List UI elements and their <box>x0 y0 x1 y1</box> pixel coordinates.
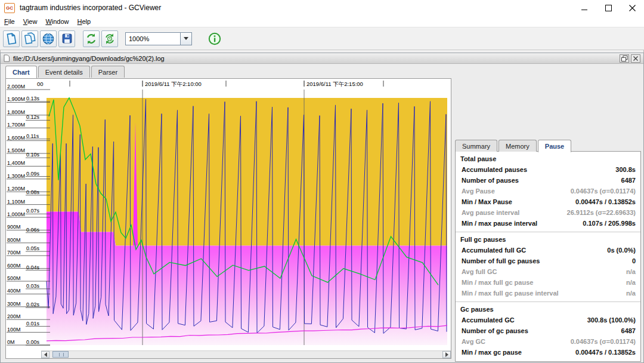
open-watched-file-button[interactable] <box>21 30 38 47</box>
stat-row: Min / max full gc pausen/a <box>456 277 640 288</box>
tab-chart[interactable]: Chart <box>5 66 37 78</box>
scrollbar-track[interactable] <box>49 351 442 358</box>
stat-row: Min / max pause interval0.107s / 205.998… <box>456 218 640 229</box>
svg-text:600M: 600M <box>7 263 21 269</box>
svg-text:0.10s: 0.10s <box>26 152 40 158</box>
refresh-icon <box>85 32 98 45</box>
stat-row: Accumulated GC300.8s (100.0%) <box>456 315 640 325</box>
refresh-button[interactable] <box>83 30 100 47</box>
info-button[interactable] <box>206 30 223 47</box>
svg-text:400M: 400M <box>7 288 21 294</box>
svg-text:0.05s: 0.05s <box>26 245 40 251</box>
tab-parser[interactable]: Parser <box>91 66 125 78</box>
scroll-right-button[interactable] <box>442 351 451 358</box>
svg-text:800M: 800M <box>7 237 21 243</box>
section-title: Full gc pauses <box>456 233 640 245</box>
menu-item-help[interactable]: Help <box>73 17 95 26</box>
document-frame: file:/D:/Users/junmingyang/Downloads/gc%… <box>0 53 644 363</box>
stat-label: Min / max gc pause <box>462 349 522 356</box>
stat-label: Min / max full gc pause interval <box>462 290 559 297</box>
svg-text:0.07s: 0.07s <box>26 208 40 214</box>
stat-row: Avg full GCn/a <box>456 266 640 277</box>
menu-item-view[interactable]: View <box>19 17 42 26</box>
menu-mnemonic: W <box>45 18 51 25</box>
svg-text:0.02s: 0.02s <box>26 302 40 307</box>
x-axis-label: 2019/6/11 下午2:15:00 <box>306 81 363 87</box>
zoom-value-field[interactable]: 1000% <box>125 32 181 45</box>
stat-value: n/a <box>626 268 636 276</box>
frame-close-button[interactable] <box>631 54 640 63</box>
stats-section: Full gc pausesAccumulated full GC0s (0.0… <box>456 232 640 302</box>
svg-text:0.12s: 0.12s <box>26 114 40 120</box>
stat-label: Avg Pause <box>462 187 495 195</box>
total-heap-area <box>47 98 447 246</box>
stat-value: 0.04637s (σ=0.01174) <box>571 187 636 195</box>
stat-row: Number of pauses6487 <box>456 175 640 186</box>
stat-label: Accumulated full GC <box>462 247 526 254</box>
scroll-left-button[interactable] <box>41 351 49 358</box>
svg-text:1,900M: 1,900M <box>7 96 25 102</box>
svg-text:100M: 100M <box>7 327 21 333</box>
stat-value: 0s (0.0%) <box>607 247 636 254</box>
menu-mnemonic: V <box>23 18 27 25</box>
open-url-button[interactable] <box>40 30 57 47</box>
menu-item-window[interactable]: Window <box>41 17 73 26</box>
stat-label: Number of gc pauses <box>462 327 528 335</box>
stat-row: Min / max full gc pause intervaln/a <box>456 288 640 299</box>
svg-text:300M: 300M <box>7 301 21 307</box>
svg-text:0.00s: 0.00s <box>26 339 40 345</box>
stat-value: 0.107s / 205.998s <box>583 220 636 227</box>
export-button[interactable] <box>58 30 75 47</box>
tab-memory[interactable]: Memory <box>499 140 537 152</box>
open-file-button[interactable] <box>3 30 20 47</box>
open-file-icon <box>5 32 18 45</box>
tab-pause[interactable]: Pause <box>538 140 571 152</box>
svg-text:500M: 500M <box>7 275 21 281</box>
svg-text:0.09s: 0.09s <box>26 171 40 177</box>
stat-label: Min / max pause interval <box>462 220 537 227</box>
section-title: Gc pauses <box>456 303 640 315</box>
svg-text:0.06s: 0.06s <box>26 227 40 233</box>
globe-icon <box>42 32 55 45</box>
zoom-dropdown-button[interactable] <box>181 32 192 45</box>
frame-restore-button[interactable] <box>620 54 629 63</box>
minimize-button[interactable] <box>572 0 596 16</box>
svg-text:0.11s: 0.11s <box>26 133 39 139</box>
gc-chart: 002019/6/11 下午2:10:002019/6/11 下午2:15:00… <box>6 79 451 353</box>
stat-value: n/a <box>626 279 636 287</box>
menu-item-file[interactable]: File <box>0 17 19 26</box>
scrollbar-thumb[interactable] <box>52 351 69 358</box>
maximize-button[interactable] <box>596 0 620 16</box>
svg-text:700M: 700M <box>7 250 21 256</box>
watch-button[interactable] <box>101 30 118 47</box>
tab-summary[interactable]: Summary <box>455 140 497 152</box>
stats-section: Total pauseAccumulated pauses300.8sNumbe… <box>456 152 640 232</box>
document-icon <box>4 54 10 62</box>
stat-row: Min / Max Pause0.00447s / 0.13852s <box>456 196 640 207</box>
stat-label: Avg pause interval <box>462 209 519 217</box>
stat-value: 0.00447s / 0.13852s <box>575 349 636 356</box>
stat-row: Number of full gc pauses0 <box>456 256 640 266</box>
window-titlebar: GC tagtraum industries incorporated - GC… <box>0 0 644 16</box>
svg-text:0.01s: 0.01s <box>26 321 40 327</box>
chart-panel: 002019/6/11 下午2:10:002019/6/11 下午2:15:00… <box>5 78 451 359</box>
restore-icon <box>621 56 628 61</box>
close-button[interactable] <box>620 0 644 16</box>
tab-event-details[interactable]: Event details <box>38 66 90 78</box>
close-icon <box>633 56 639 61</box>
stat-value: 300.8s (100.0%) <box>587 316 636 324</box>
stat-row: Accumulated full GC0s (0.0%) <box>456 245 640 256</box>
menu-mnemonic: F <box>4 18 8 25</box>
stat-label: Min / max full gc pause <box>462 279 533 287</box>
stat-row: Min / max gc pause0.00447s / 0.13852s <box>456 347 640 358</box>
stat-label: Min / Max Pause <box>462 198 512 206</box>
right-panel-content: Total pauseAccumulated pauses300.8sNumbe… <box>455 151 641 362</box>
stat-label: Avg full GC <box>462 268 497 276</box>
stat-value: 300.8s <box>615 166 636 174</box>
svg-text:1,000M: 1,000M <box>7 211 25 217</box>
zoom-combobox[interactable]: 1000% <box>125 32 192 45</box>
app-logo-icon: GC <box>4 3 15 13</box>
stat-value: 6487 <box>621 177 636 184</box>
svg-text:2,000M: 2,000M <box>7 84 25 90</box>
section-title: Total pause <box>456 153 640 164</box>
